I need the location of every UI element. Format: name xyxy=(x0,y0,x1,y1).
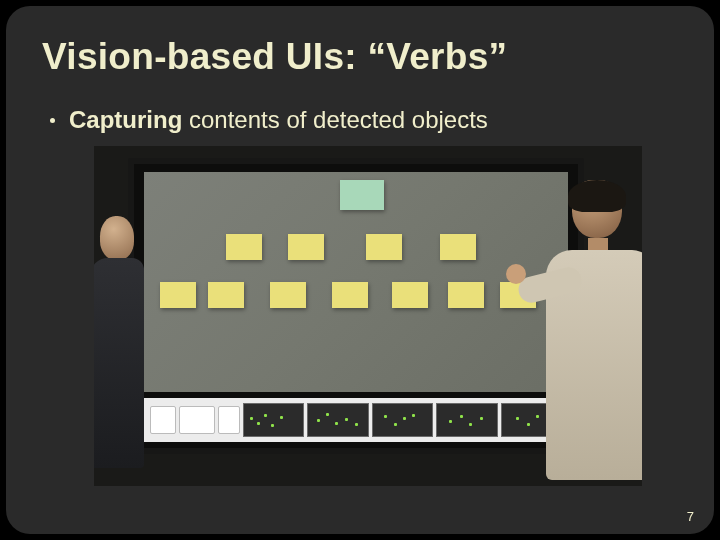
bullet-remainder: contents of detected objects xyxy=(182,106,488,133)
toolbar-button[interactable] xyxy=(218,406,240,434)
sticky-note xyxy=(366,234,402,260)
smartboard-frame xyxy=(128,158,584,454)
sticky-note xyxy=(270,282,306,308)
sticky-note xyxy=(208,282,244,308)
person-right xyxy=(548,180,642,486)
embedded-photo xyxy=(94,146,642,486)
toolbar-button[interactable] xyxy=(179,406,215,434)
sticky-note xyxy=(440,234,476,260)
whiteboard-surface xyxy=(144,172,568,392)
slide: Vision-based UIs: “Verbs” Capturing cont… xyxy=(6,6,714,534)
toolbar-thumbnail[interactable] xyxy=(372,403,433,437)
slide-title: Vision-based UIs: “Verbs” xyxy=(42,36,678,78)
sticky-note xyxy=(226,234,262,260)
bullet-dot-icon xyxy=(50,118,55,123)
toolbar-thumbnail[interactable] xyxy=(243,403,304,437)
sticky-note xyxy=(392,282,428,308)
sticky-note xyxy=(332,282,368,308)
person-left xyxy=(94,216,148,466)
bullet-text: Capturing contents of detected objects xyxy=(69,106,488,134)
toolbar-thumbnail[interactable] xyxy=(436,403,497,437)
toolbar-button[interactable] xyxy=(150,406,176,434)
toolbar-thumbnail[interactable] xyxy=(307,403,368,437)
sticky-note xyxy=(288,234,324,260)
sticky-note xyxy=(448,282,484,308)
sticky-note xyxy=(160,282,196,308)
bullet-strong: Capturing xyxy=(69,106,182,133)
bullet-item: Capturing contents of detected objects xyxy=(50,106,678,134)
software-toolbar xyxy=(144,398,568,442)
page-number: 7 xyxy=(687,509,694,524)
sticky-note xyxy=(340,180,384,210)
